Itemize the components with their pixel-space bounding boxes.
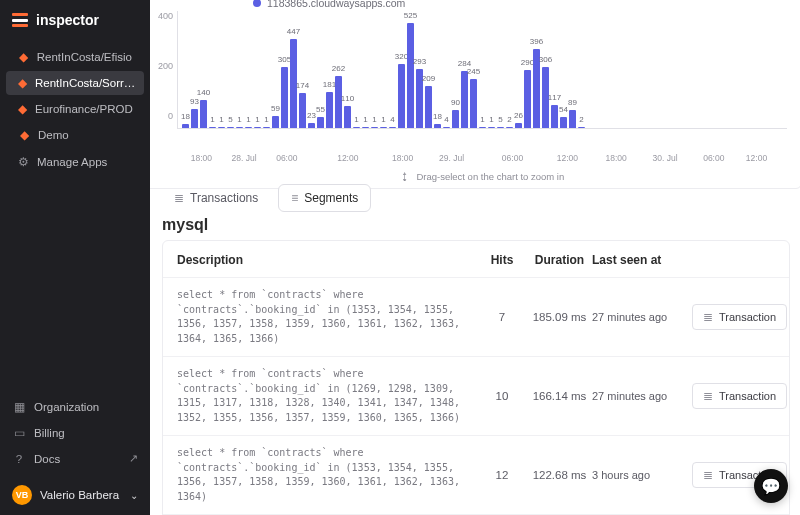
footer-label: Billing (34, 427, 65, 439)
bar[interactable]: 4 (389, 127, 396, 128)
external-link-icon: ↗ (129, 452, 138, 465)
bar[interactable]: 110 (344, 106, 351, 128)
cell-last-seen: 3 hours ago (592, 469, 692, 481)
bar[interactable]: 55 (317, 117, 324, 128)
sidebar-item-manage-apps[interactable]: ⚙ Manage Apps (6, 149, 144, 175)
bar-label: 262 (332, 64, 345, 73)
brand-name: inspector (36, 12, 99, 28)
bar[interactable]: 59 (272, 116, 279, 128)
bar[interactable]: 1 (479, 127, 486, 128)
bar-label: 55 (316, 105, 325, 114)
transaction-button[interactable]: ≣Transaction (692, 383, 787, 409)
bar-label: 54 (559, 105, 568, 114)
bar[interactable]: 93 (191, 109, 198, 128)
user-menu[interactable]: VB Valerio Barbera ⌄ (0, 477, 150, 515)
sidebar-item-organization[interactable]: ▦ Organization (0, 394, 150, 420)
bars-icon: ▦ (12, 400, 26, 414)
bar[interactable]: 1 (263, 127, 270, 128)
bar[interactable]: 245 (470, 79, 477, 128)
bar[interactable]: 18 (182, 124, 189, 128)
chat-button[interactable]: 💬 (754, 469, 788, 503)
sidebar-item-billing[interactable]: ▭ Billing (0, 420, 150, 446)
bar[interactable]: 1 (209, 127, 216, 128)
tab-label: Transactions (190, 191, 258, 205)
bar[interactable]: 305 (281, 67, 288, 128)
bar[interactable]: 140 (200, 100, 207, 128)
bar-label: 1 (264, 115, 268, 124)
bar-label: 117 (548, 93, 561, 102)
sidebar-item-app-0[interactable]: ◆ RentInCosta/Efisio (6, 45, 144, 69)
bar[interactable]: 18 (434, 124, 441, 128)
bar[interactable]: 117 (551, 105, 558, 128)
bar[interactable]: 90 (452, 110, 459, 128)
bar[interactable]: 181 (326, 92, 333, 128)
list-icon: ≣ (174, 191, 184, 205)
bar-label: 293 (413, 57, 426, 66)
bar-label: 18 (181, 112, 190, 121)
footer-label: Organization (34, 401, 99, 413)
cell-duration: 185.09 ms (527, 311, 592, 323)
brand[interactable]: inspector (0, 0, 150, 40)
tab-segments[interactable]: ≡ Segments (278, 184, 371, 212)
table-head: Description Hits Duration Last seen at (163, 241, 789, 278)
cell-sql: select * from `contracts` where `contrac… (177, 446, 477, 504)
y-tick: 200 (158, 61, 173, 71)
bar[interactable]: 1 (245, 127, 252, 128)
bar[interactable]: 290 (524, 70, 531, 128)
bar[interactable]: 1 (362, 127, 369, 128)
bar[interactable]: 1 (380, 127, 387, 128)
sidebar-item-app-3[interactable]: ◆ Demo (6, 123, 144, 147)
bar[interactable]: 1 (353, 127, 360, 128)
bar[interactable]: 2 (578, 127, 585, 128)
bar-label: 174 (296, 81, 309, 90)
bar[interactable]: 174 (299, 93, 306, 128)
user-name: Valerio Barbera (40, 489, 119, 501)
sidebar-item-app-1[interactable]: ◆ RentInCosta/Sorr… (6, 71, 144, 95)
tab-transactions[interactable]: ≣ Transactions (162, 185, 270, 211)
bar[interactable]: 284 (461, 71, 468, 128)
transaction-button[interactable]: ≣Transaction (692, 304, 787, 330)
cell-sql: select * from `contracts` where `contrac… (177, 288, 477, 346)
bar-label: 306 (539, 55, 552, 64)
bar-label: 2 (507, 115, 511, 124)
bar[interactable]: 4 (443, 127, 450, 128)
y-axis: 400 200 0 (150, 11, 173, 121)
sidebar-item-label: RentInCosta/Efisio (37, 51, 132, 63)
bar-label: 23 (307, 111, 316, 120)
section-title: mysql (162, 216, 208, 234)
x-tick: 18:00 (606, 153, 627, 163)
bar[interactable]: 1 (254, 127, 261, 128)
transaction-label: Transaction (719, 311, 776, 323)
bar[interactable]: 1 (371, 127, 378, 128)
bar[interactable]: 2 (506, 127, 513, 128)
bar[interactable]: 5 (227, 127, 234, 128)
sidebar-item-app-2[interactable]: ◆ Eurofinance/PROD (6, 97, 144, 121)
sidebar-item-label: Eurofinance/PROD (35, 103, 133, 115)
bar[interactable]: 525 (407, 23, 414, 128)
bar[interactable]: 209 (425, 86, 432, 128)
chart-area[interactable]: 400 200 0 189314011511115930544717423551… (177, 11, 787, 149)
x-tick: 12:00 (746, 153, 767, 163)
bar[interactable]: 1 (218, 127, 225, 128)
chart-plot[interactable]: 1893140115111159305447174235518126211011… (177, 11, 787, 129)
bar-label: 110 (341, 94, 354, 103)
bar[interactable]: 320 (398, 64, 405, 128)
bar[interactable]: 23 (308, 123, 315, 128)
bar-label: 5 (498, 115, 502, 124)
chart-legend[interactable]: 1183865.cloudwaysapps.com (253, 0, 787, 9)
sidebar-item-docs[interactable]: ? Docs ↗ (0, 446, 150, 471)
tab-label: Segments (304, 191, 358, 205)
bar[interactable]: 1 (488, 127, 495, 128)
bar[interactable]: 54 (560, 117, 567, 128)
bar[interactable]: 5 (497, 127, 504, 128)
chat-icon: 💬 (761, 477, 781, 496)
table-row: select * from `contracts` where `contrac… (163, 278, 789, 357)
cell-hits: 12 (477, 469, 527, 481)
bar[interactable]: 1 (236, 127, 243, 128)
bar[interactable]: 89 (569, 110, 576, 128)
sidebar-item-label: Manage Apps (37, 156, 107, 168)
bar-label: 1 (372, 115, 376, 124)
bar[interactable]: 26 (515, 123, 522, 128)
bar-label: 26 (514, 111, 523, 120)
table-row: select * from `contracts` where `contrac… (163, 357, 789, 436)
